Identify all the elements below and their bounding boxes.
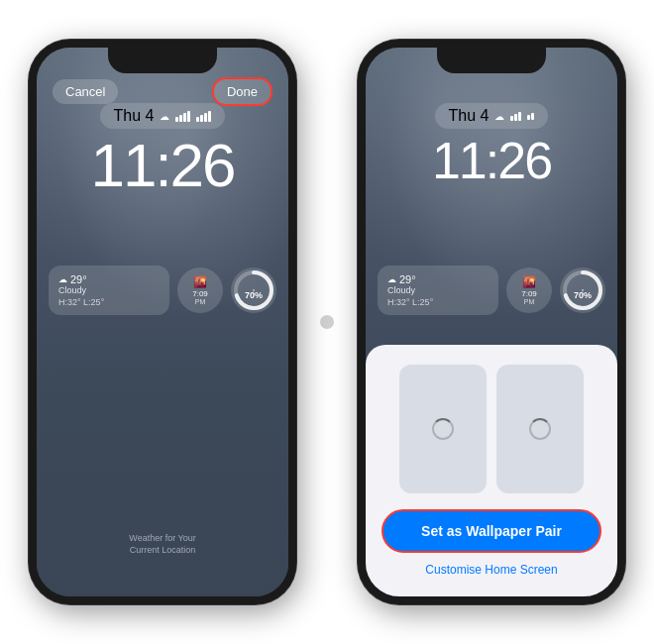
sunset-widget: 🌇 7:09 PM — [177, 268, 223, 313]
wallpaper-thumb-home — [496, 365, 584, 493]
top-bar: Cancel Done — [37, 77, 288, 106]
date-text-right: Thu 4 — [449, 107, 490, 125]
date-bar: Thu 4 ☁ — [100, 103, 226, 129]
cloud-icon-right: ☁ — [494, 111, 504, 122]
sunset-ampm: PM — [195, 298, 206, 305]
customise-link[interactable]: Customise Home Screen — [382, 563, 601, 577]
right-phone: Thu 4 ☁ 11:26 ☁ 29° — [358, 40, 625, 604]
sunset-icon: 🌇 — [193, 275, 207, 288]
weather-widget-right: ☁ 29° Cloudy H:32° L:25° — [378, 266, 498, 315]
middle-dot — [320, 315, 334, 329]
ring-chart-right: ↑ — [562, 269, 603, 311]
wifi-bars — [196, 111, 211, 122]
phone-wrapper: Cancel Done Thu 4 ☁ — [19, 20, 635, 624]
datetime-section-right: Thu 4 ☁ 11:26 — [366, 103, 617, 186]
uv-widget: ↑ 70% — [231, 268, 276, 313]
location-text: Weather for Your Current Location — [37, 532, 288, 557]
ring-chart: ↑ — [233, 269, 274, 311]
cancel-button[interactable]: Cancel — [53, 79, 118, 104]
svg-text:↑: ↑ — [581, 286, 586, 296]
spinner-home — [529, 418, 551, 440]
set-wallpaper-button[interactable]: Set as Wallpaper Pair — [382, 509, 601, 553]
wallpaper-thumb-lock — [399, 365, 487, 493]
high-low: H:32° L:25° — [58, 297, 160, 307]
sunset-widget-right: 🌇 7:09 PM — [506, 268, 552, 313]
temperature: 29° — [70, 273, 87, 285]
sunset-icon-right: 🌇 — [522, 275, 536, 288]
done-button[interactable]: Done — [212, 77, 272, 106]
cloud-icon-widget: ☁ — [58, 274, 67, 284]
signal-bars-right — [510, 112, 521, 121]
left-phone: Cancel Done Thu 4 ☁ — [29, 40, 296, 604]
datetime-section: Thu 4 ☁ 11:26 — [37, 103, 288, 196]
sunset-ampm-right: PM — [524, 298, 535, 305]
sunset-time-right: 7:09 — [521, 289, 537, 298]
weather-widget: ☁ 29° Cloudy H:32° L:25° — [49, 266, 169, 315]
condition-right: Cloudy — [387, 285, 489, 295]
widgets-row-right: ☁ 29° Cloudy H:32° L:25° 🌇 7:09 PM ↑ 70% — [378, 266, 605, 315]
location-line1: Weather for Your — [129, 533, 195, 543]
spinner-lock — [432, 418, 454, 440]
temperature-right: 29° — [399, 273, 416, 285]
location-line2: Current Location — [130, 545, 196, 555]
condition: Cloudy — [58, 285, 160, 295]
time-display-right: 11:26 — [432, 135, 551, 186]
widgets-row: ☁ 29° Cloudy H:32° L:25° 🌇 7:09 PM ↑ 70% — [49, 266, 276, 315]
date-text: Thu 4 — [114, 107, 155, 125]
cloud-icon: ☁ — [160, 111, 169, 122]
notch — [108, 48, 217, 73]
high-low-right: H:32° L:25° — [387, 297, 489, 307]
cloud-icon-widget-right: ☁ — [387, 274, 396, 284]
wifi-bars-right — [527, 113, 534, 120]
uv-widget-right: ↑ 70% — [560, 268, 605, 313]
svg-text:↑: ↑ — [252, 286, 257, 296]
bottom-sheet: Set as Wallpaper Pair Customise Home Scr… — [366, 345, 617, 596]
signal-bars — [175, 111, 190, 122]
date-bar-right: Thu 4 ☁ — [435, 103, 549, 129]
sunset-time: 7:09 — [192, 289, 208, 298]
notch-right — [437, 48, 546, 73]
time-display: 11:26 — [90, 135, 234, 196]
wallpaper-previews — [382, 365, 601, 493]
